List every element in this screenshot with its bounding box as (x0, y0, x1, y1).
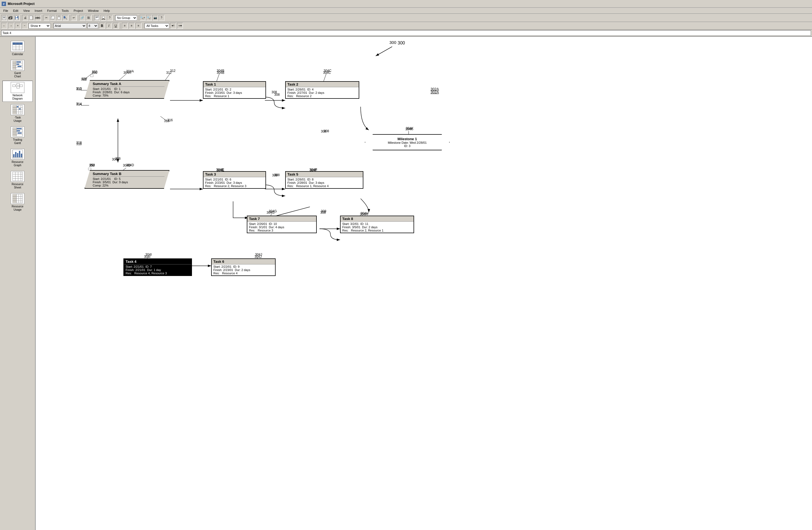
sidebar-item-calendar[interactable]: Calendar (2, 40, 33, 57)
copy-btn[interactable] (49, 15, 56, 21)
svg-rect-70 (21, 154, 22, 157)
sidebar-item-resource-graph[interactable]: ResourceGraph (2, 147, 33, 169)
align-right-btn[interactable]: ≡ (135, 23, 142, 29)
menu-file[interactable]: File (1, 9, 11, 13)
svg-line-43 (15, 86, 17, 87)
align-center-btn[interactable]: ≡ (129, 23, 135, 29)
group-select[interactable]: No Group (115, 15, 137, 20)
task-7-node[interactable]: Task 7 Start: 2/26/01 ID: 10 Finish: 3/1… (247, 216, 317, 233)
spell-btn[interactable]: ABC (35, 15, 41, 21)
menu-bar: File Edit View Insert Format Tools Proje… (0, 8, 812, 14)
menu-edit[interactable]: Edit (11, 9, 20, 13)
svg-rect-38 (13, 85, 15, 87)
svg-rect-39 (17, 83, 19, 85)
menu-window[interactable]: Window (86, 9, 101, 13)
svg-rect-23 (13, 43, 23, 45)
svg-rect-7 (16, 16, 17, 17)
task-5-node[interactable]: Task 5 Start: 2/26/01 ID: 8 Finish: 2/28… (285, 171, 363, 189)
svg-rect-35 (16, 61, 21, 62)
back-btn[interactable]: ← (1, 23, 7, 29)
format-painter-btn[interactable] (62, 15, 68, 21)
svg-line-89 (376, 47, 392, 56)
task-8-node[interactable]: Task 8 Start: 3/2/01 ID: 11 Finish: 3/5/… (340, 216, 414, 233)
filter-select[interactable]: All Tasks (145, 23, 169, 29)
forward-btn[interactable]: → (8, 23, 14, 29)
menu-insert[interactable]: Insert (32, 9, 44, 13)
svg-rect-12 (52, 16, 54, 19)
camera-btn[interactable]: 📷 (152, 15, 158, 21)
milestone-1-node[interactable]: Milestone 1 Milestone Date: Wed 2/28/01 … (365, 134, 450, 150)
sidebar-item-trading-gantt[interactable]: TradingGantt (2, 125, 33, 146)
menu-format[interactable]: Format (45, 9, 59, 13)
toolbar-1: 🖨 ABC ✂ ↩ 🔗 ⛓ ? No Grou (0, 14, 812, 22)
task-4-node[interactable]: Task 4 Start: 2/21/01 ID: 7 Finish: 2/21… (124, 258, 192, 276)
menu-project[interactable]: Project (71, 9, 85, 13)
show-select[interactable]: Show ▾ (29, 23, 50, 29)
sidebar-item-network[interactable]: NetworkDiagram (2, 81, 33, 102)
anno-304C: 304C (323, 71, 331, 75)
task-1-node[interactable]: Task 1 Start: 2/21/01 ID: 2 Finish: 2/23… (203, 81, 266, 99)
filter-btn[interactable]: ▾= (170, 23, 176, 29)
formula-bar (0, 30, 812, 37)
svg-rect-14 (58, 16, 60, 17)
svg-rect-62 (17, 128, 21, 129)
menu-view[interactable]: View (21, 9, 32, 13)
svg-rect-8 (16, 18, 18, 19)
anno-304G: 304G (266, 211, 275, 215)
anno-304F: 304F (309, 168, 317, 172)
task-6-node[interactable]: Task 6 Start: 2/22/01 ID: 9 Finish: 2/23… (211, 258, 276, 276)
svg-line-45 (19, 86, 20, 87)
assign-resources-btn[interactable] (100, 15, 106, 21)
paste-btn[interactable] (56, 15, 62, 21)
new-btn[interactable] (1, 15, 7, 21)
underline-btn[interactable]: U (113, 23, 119, 29)
sort-btn[interactable]: ⇒▾ (177, 23, 183, 29)
link-tasks-btn[interactable]: 🔗 (79, 15, 85, 21)
svg-rect-10 (32, 16, 33, 19)
font-select[interactable]: Arial (54, 23, 86, 29)
menu-tools[interactable]: Tools (59, 9, 71, 13)
task-3-node[interactable]: Task 3 Start: 2/21/01 ID: 6 Finish: 2/23… (203, 171, 266, 189)
sidebar-item-task-usage[interactable]: ·TaskUsage (2, 103, 33, 124)
italic-btn[interactable]: I (106, 23, 112, 29)
unlink-btn[interactable]: ⛓ (86, 15, 91, 21)
sidebar-item-gantt[interactable]: GanttChart (2, 58, 33, 80)
help-btn[interactable]: ? (107, 15, 113, 21)
add-task-btn[interactable]: + (15, 23, 21, 29)
task-6-title: Task 6 (212, 259, 275, 264)
svg-rect-2 (2, 16, 6, 19)
trading-gantt-icon (11, 127, 25, 138)
ref-300: 300 (389, 40, 396, 45)
gantt-icon (11, 60, 25, 71)
bold-btn[interactable]: B (99, 23, 105, 29)
task-3-title: Task 3 (203, 172, 265, 177)
anno-310: 310 (76, 87, 82, 90)
align-left-btn[interactable]: ≡ (122, 23, 128, 29)
formula-input[interactable] (1, 30, 811, 35)
save-btn[interactable] (14, 15, 20, 21)
svg-rect-95 (90, 75, 93, 77)
preview-btn[interactable] (29, 15, 34, 21)
open-btn[interactable] (8, 15, 13, 21)
task-2-node[interactable]: Task 2 Start: 2/26/01 ID: 4 Finish: 2/27… (285, 81, 359, 99)
zoom-out-btn[interactable]: 🔍- (146, 15, 152, 21)
anno-322: 322 (81, 77, 86, 81)
undo-btn[interactable]: ↩ (71, 15, 77, 21)
help2-btn[interactable]: ? (159, 15, 164, 21)
sidebar-item-resource-usage[interactable]: ResourceUsage (2, 192, 33, 213)
summary-task-b[interactable]: Summary Task B Start: 2/21/01 ID: 5 Fini… (85, 170, 170, 189)
summary-task-a[interactable]: Summary Task A Start: 2/21/01 ID: 1 Fini… (85, 80, 170, 99)
size-select[interactable]: 8 (87, 23, 98, 29)
print-btn[interactable]: 🖨 (22, 15, 28, 21)
sep-1 (21, 15, 21, 20)
resource-sheet-icon (11, 171, 25, 182)
milestone-title: Milestone 1 (376, 137, 438, 141)
sidebar-item-resource-sheet[interactable]: ResourceSheet (2, 170, 33, 191)
zoom-in-btn[interactable]: 🔍+ (140, 15, 146, 21)
remove-task-btn[interactable]: − (21, 23, 28, 29)
menu-help[interactable]: Help (101, 9, 112, 13)
cut-btn[interactable]: ✂ (43, 15, 49, 21)
sep-4 (78, 15, 78, 20)
anno-314: 314 (76, 102, 82, 106)
task-info-btn[interactable] (94, 15, 100, 21)
